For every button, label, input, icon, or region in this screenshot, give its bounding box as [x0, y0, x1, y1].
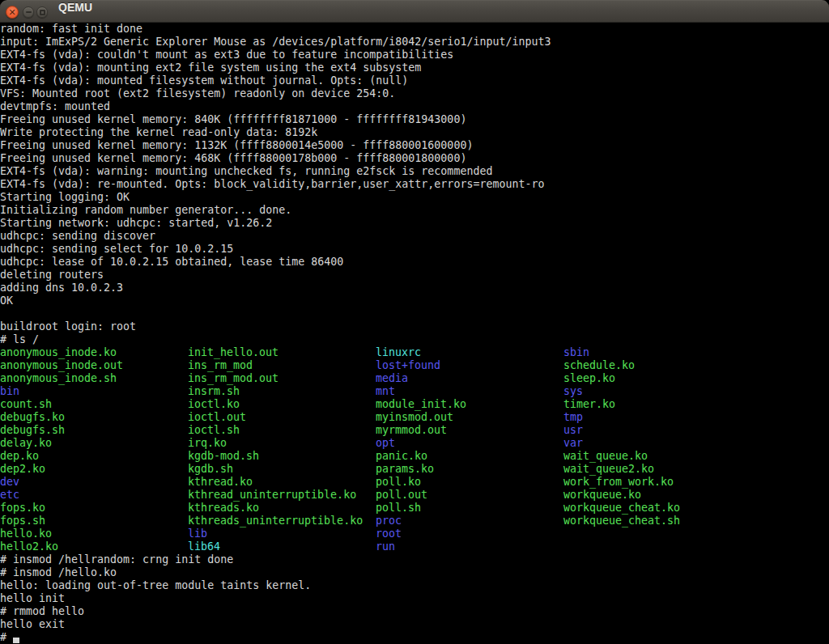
file-entry: myinsmod.out: [376, 411, 453, 424]
file-entry: init_hello.out: [188, 346, 278, 359]
file-entry: anonymous_inode.sh: [0, 372, 117, 385]
file-entry: panic.ko: [376, 450, 427, 463]
minimize-button[interactable]: [23, 6, 34, 18]
ls-row: fops.shkthreads_uninterruptible.koprocwo…: [0, 515, 829, 527]
console-message: hello init: [0, 592, 829, 605]
file-entry: dep.ko: [0, 450, 39, 463]
file-entry: poll.sh: [376, 502, 421, 515]
console-message: Freeing unused kernel memory: 1132K (fff…: [0, 139, 829, 152]
symlink-entry: linuxrc: [376, 346, 421, 359]
file-entry: module_init.ko: [376, 398, 466, 411]
console-message: hello: loading out-of-tree module taints…: [0, 579, 829, 592]
file-entry: kgdb.sh: [188, 463, 233, 476]
directory-entry: dev: [0, 476, 19, 489]
file-entry: ins_rm_mod: [188, 359, 253, 372]
console-message: Starting logging: OK: [0, 191, 829, 204]
file-entry: timer.ko: [563, 398, 615, 411]
console-message: Initializing random number generator... …: [0, 204, 829, 217]
ls-row: hello2.kolib64run: [0, 540, 829, 553]
console-message: udhcpc: sending discover: [0, 230, 829, 243]
ls-row: debugfs.koioctl.outmyinsmod.outtmp: [0, 411, 829, 424]
console-message: udhcpc: lease of 10.0.2.15 obtained, lea…: [0, 256, 829, 269]
console-message: Freeing unused kernel memory: 468K (ffff…: [0, 152, 829, 165]
directory-entry: run: [376, 540, 395, 553]
console-message: udhcpc: sending select for 10.0.2.15: [0, 243, 829, 256]
file-entry: sleep.ko: [563, 372, 615, 385]
minimize-icon: [26, 11, 32, 13]
directory-entry: opt: [376, 437, 395, 450]
file-entry: delay.ko: [0, 437, 52, 450]
ls-row: fops.kokthreads.kopoll.shworkqueue_cheat…: [0, 502, 829, 515]
file-entry: hello.ko: [0, 527, 52, 540]
ls-row: delay.koirq.kooptvar: [0, 437, 829, 450]
symlink-entry: lib64: [188, 540, 220, 553]
file-entry: dep2.ko: [0, 463, 45, 476]
file-entry: insrm.sh: [188, 385, 240, 398]
console-message: deleting routers: [0, 269, 829, 282]
file-entry: wait_queue.ko: [563, 450, 648, 463]
console-message: EXT4-fs (vda): mounted filesystem withou…: [0, 74, 829, 87]
file-entry: work_from_work.ko: [563, 476, 674, 489]
file-entry: schedule.ko: [563, 359, 635, 372]
ls-row: dep.kokgdb-mod.shpanic.kowait_queue.ko: [0, 450, 829, 463]
login-line: buildroot login: root: [0, 320, 829, 333]
console-message: Starting network: udhcpc: started, v1.26…: [0, 217, 829, 230]
close-button[interactable]: ✕: [6, 6, 19, 19]
console-message: random: fast init done: [0, 23, 829, 36]
close-icon: ✕: [8, 7, 15, 16]
directory-entry: media: [376, 372, 408, 385]
ls-row: devkthread.kopoll.kowork_from_work.ko: [0, 476, 829, 489]
directory-entry: var: [563, 437, 583, 450]
console-message: # insmod /hello.ko: [0, 566, 829, 579]
file-entry: ioctl.sh: [188, 424, 240, 437]
file-entry: wait_queue2.ko: [563, 463, 654, 476]
console-message: OK: [0, 294, 829, 307]
file-entry: kthreads_uninterruptible.ko: [188, 515, 363, 527]
ls-row: debugfs.shioctl.shmyrmmod.outusr: [0, 424, 829, 437]
window-title: QEMU: [58, 1, 92, 23]
directory-entry: root: [376, 527, 402, 540]
ls-row: anonymous_inode.shins_rm_mod.outmediasle…: [0, 372, 829, 385]
file-entry: ioctl.ko: [188, 398, 240, 411]
directory-entry: sys: [563, 385, 583, 398]
console-message: EXT4-fs (vda): mounting ext2 file system…: [0, 61, 829, 74]
console-message: EXT4-fs (vda): re-mounted. Opts: block_v…: [0, 178, 829, 191]
file-entry: anonymous_inode.ko: [0, 346, 117, 359]
console-message: devtmpfs: mounted: [0, 100, 829, 113]
file-entry: debugfs.sh: [0, 424, 65, 437]
directory-entry: etc: [0, 489, 19, 502]
ls-row: anonymous_inode.outins_rm_modlost+founds…: [0, 359, 829, 372]
file-entry: params.ko: [376, 463, 434, 476]
console-message: EXT4-fs (vda): warning: mounting uncheck…: [0, 165, 829, 178]
file-entry: workqueue_cheat.sh: [563, 515, 680, 527]
console-message: # insmod /hellrandom: crng init done: [0, 553, 829, 566]
console-message: # rmmod hello: [0, 605, 829, 618]
terminal-screen[interactable]: random: fast init doneinput: ImExPS/2 Ge…: [0, 23, 829, 644]
directory-entry: sbin: [563, 346, 589, 359]
file-entry: irq.ko: [188, 437, 227, 450]
console-message: input: ImExPS/2 Generic Explorer Mouse a…: [0, 36, 829, 49]
qemu-window: ✕ QEMU random: fast init doneinput: ImEx…: [0, 0, 829, 644]
ls-row: anonymous_inode.koinit_hello.outlinuxrcs…: [0, 346, 829, 359]
file-entry: poll.ko: [376, 476, 421, 489]
command-line: # ls /: [0, 333, 829, 346]
blank-line: [0, 307, 829, 320]
directory-entry: lib: [188, 527, 207, 540]
maximize-button[interactable]: [36, 6, 48, 18]
file-entry: workqueue.ko: [563, 489, 641, 502]
file-entry: kgdb-mod.sh: [188, 450, 259, 463]
directory-entry: tmp: [563, 411, 583, 424]
file-entry: hello2.ko: [0, 540, 58, 553]
console-message: EXT4-fs (vda): couldn't mount as ext3 du…: [0, 49, 829, 61]
ls-row: etckthread_uninterruptible.kopoll.outwor…: [0, 489, 829, 502]
console-message: VFS: Mounted root (ext2 filesystem) read…: [0, 87, 829, 100]
titlebar[interactable]: ✕ QEMU: [0, 0, 829, 23]
file-entry: ins_rm_mod.out: [188, 372, 278, 385]
file-entry: workqueue_cheat.ko: [563, 502, 680, 515]
file-entry: myrmmod.out: [376, 424, 447, 437]
console-message: Write protecting the kernel read-only da…: [0, 126, 829, 139]
directory-entry: lost+found: [376, 359, 440, 372]
ls-row: hello.kolibroot: [0, 527, 829, 540]
console-message: adding dns 10.0.2.3: [0, 282, 829, 294]
ls-row: count.shioctl.komodule_init.kotimer.ko: [0, 398, 829, 411]
